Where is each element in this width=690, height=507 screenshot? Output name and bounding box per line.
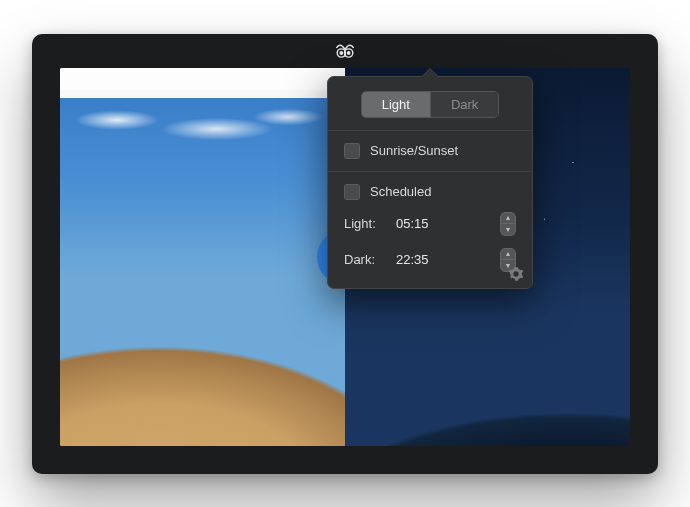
dark-time-value[interactable]: 22:35 bbox=[396, 252, 448, 267]
sunrise-sunset-row[interactable]: Sunrise/Sunset bbox=[344, 143, 516, 159]
appearance-segmented-control: Light Dark bbox=[361, 91, 500, 118]
chevron-up-icon[interactable]: ▲ bbox=[501, 249, 515, 261]
owl-menubar-icon[interactable] bbox=[334, 42, 356, 64]
sunrise-sunset-section: Sunrise/Sunset bbox=[328, 131, 532, 172]
light-time-row: Light: 05:15 ▲ ▼ bbox=[344, 212, 516, 236]
clouds bbox=[60, 96, 345, 156]
segment-light[interactable]: Light bbox=[362, 92, 430, 117]
dune-light bbox=[60, 200, 345, 446]
settings-popover: Light Dark Sunrise/Sunset Scheduled Ligh… bbox=[327, 76, 533, 289]
scheduled-checkbox[interactable] bbox=[344, 184, 360, 200]
sunrise-sunset-checkbox[interactable] bbox=[344, 143, 360, 159]
light-menubar bbox=[60, 68, 345, 90]
chevron-down-icon[interactable]: ▼ bbox=[501, 224, 515, 235]
appearance-segment-row: Light Dark bbox=[328, 77, 532, 131]
scheduled-row[interactable]: Scheduled bbox=[344, 184, 516, 200]
scheduled-section: Scheduled Light: 05:15 ▲ ▼ Dark: 22:35 ▲… bbox=[328, 172, 532, 288]
svg-point-3 bbox=[347, 51, 349, 53]
app-window: Light Dark Sunrise/Sunset Scheduled Ligh… bbox=[32, 34, 658, 474]
light-mode-preview bbox=[60, 68, 345, 446]
gear-icon[interactable] bbox=[508, 266, 524, 282]
svg-point-2 bbox=[340, 51, 342, 53]
scheduled-label: Scheduled bbox=[370, 184, 431, 199]
dark-time-row: Dark: 22:35 ▲ ▼ bbox=[344, 248, 516, 272]
light-time-label: Light: bbox=[344, 216, 388, 231]
segment-dark[interactable]: Dark bbox=[430, 92, 498, 117]
light-time-stepper[interactable]: ▲ ▼ bbox=[500, 212, 516, 236]
chevron-up-icon[interactable]: ▲ bbox=[501, 213, 515, 225]
dark-time-label: Dark: bbox=[344, 252, 388, 267]
light-time-value[interactable]: 05:15 bbox=[396, 216, 448, 231]
sunrise-sunset-label: Sunrise/Sunset bbox=[370, 143, 458, 158]
